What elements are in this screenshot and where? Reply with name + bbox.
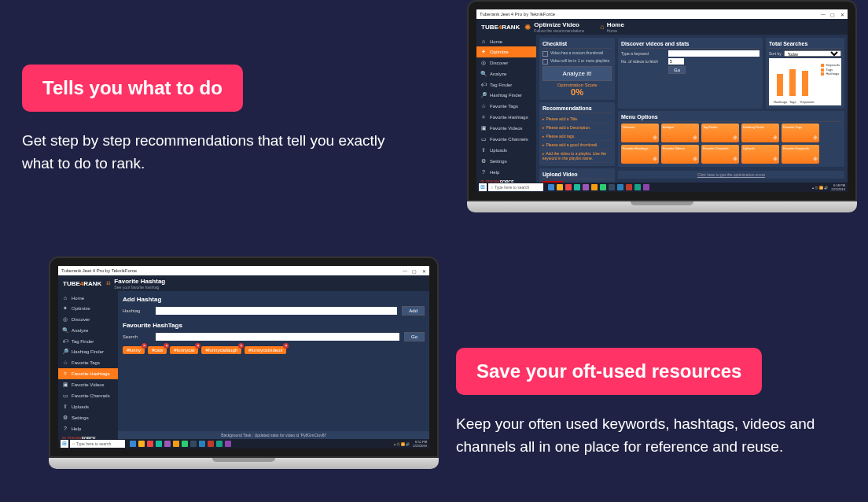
recommendation-item[interactable]: Please add a Description. <box>542 124 612 132</box>
menu-tile-tag-finder[interactable]: Tag Finder◈ <box>701 124 739 142</box>
start-button[interactable]: ⊞ <box>61 440 68 448</box>
sidebar-item-settings[interactable]: ⚙Settings <box>58 412 118 423</box>
app-screen-hashtags: Tuberank Jeet 4 Pro by TeknikForce —▢✕ T… <box>58 266 429 448</box>
app-logo: TUBE4RANK <box>481 24 520 31</box>
sidebar-item-optimize[interactable]: ✦Optimize <box>476 46 536 57</box>
window-controls[interactable]: —▢✕ <box>821 12 844 17</box>
tray-icons[interactable]: ▴ ⚫ 📶 🔊 <box>394 442 410 446</box>
sidebar: ⌂Home✦Optimize◎Discover🔍Analyze🏷Tag Find… <box>58 291 118 441</box>
sidebar-item-hashtag-finder[interactable]: 🔎Hashtag Finder <box>476 90 536 101</box>
taskbar-search[interactable]: ○Type here to search <box>70 440 125 448</box>
hashtag-input[interactable] <box>156 307 397 315</box>
sidebar-item-tag-finder[interactable]: 🏷Tag Finder <box>476 79 536 90</box>
sidebar-icon: ◎ <box>62 316 68 323</box>
hint-link[interactable]: Click here to get the optimization score <box>618 171 844 179</box>
sidebar-item-discover[interactable]: ◎Discover <box>476 57 536 68</box>
sidebar-item-favorite-hashtags[interactable]: ⌗Favorite Hashtags <box>476 112 536 123</box>
checkbox-playlist[interactable]: Video will be in 1 or more playlists <box>542 58 612 65</box>
sidebar: ⌂Home✦Optimize◎Discover🔍Analyze🏷Tag Find… <box>476 35 536 184</box>
sort-select[interactable]: Today <box>784 50 841 57</box>
sidebar-item-favorite-tags[interactable]: ☆Favorite Tags <box>476 101 536 112</box>
app-header: TUBE4RANK ✺ Optimize Video Follow the re… <box>476 19 848 35</box>
add-hashtag-heading: Add Hashtag <box>123 296 425 303</box>
sidebar-icon: ⌂ <box>62 295 68 301</box>
tray-icons[interactable]: ▴ ⚫ 📶 🔊 <box>812 186 828 190</box>
taskbar-apps[interactable] <box>130 441 231 447</box>
sidebar-item-analyze[interactable]: 🔍Analyze <box>58 325 118 336</box>
add-button[interactable]: Add <box>402 306 425 316</box>
sidebar-item-uploads[interactable]: ⇪Uploads <box>476 145 536 156</box>
window-titlebar: Tuberank Jeet 4 Pro by TeknikForce —▢✕ <box>476 9 848 19</box>
searches-chart: Hashtags Tags Keywords Keywords Tags Has… <box>769 58 841 105</box>
window-controls[interactable]: —▢✕ <box>403 268 426 274</box>
sidebar-item-help[interactable]: ?Help <box>476 167 536 177</box>
feature-desc-2: Keep your often used keywords, hashtags,… <box>456 412 833 459</box>
sidebar-item-settings[interactable]: ⚙Settings <box>476 156 536 167</box>
menu-tile-favorite-channels[interactable]: Favorite Channels◈ <box>701 145 739 164</box>
hashtag-icon: ⌗ <box>106 279 111 288</box>
search-input[interactable] <box>156 333 399 341</box>
sidebar-icon: ⇪ <box>480 147 487 153</box>
keyword-input[interactable] <box>668 50 760 57</box>
sidebar-icon: ? <box>62 426 68 431</box>
sidebar-icon: ▭ <box>62 393 68 399</box>
taskbar-apps[interactable] <box>548 184 649 190</box>
sidebar-item-discover[interactable]: ◎Discover <box>58 314 118 325</box>
search-go-button[interactable]: Go <box>404 332 425 341</box>
recommendation-item[interactable]: Please add tags. <box>542 132 612 141</box>
sidebar-icon: ▭ <box>480 136 487 142</box>
sidebar-item-favorite-hashtags[interactable]: ⌗Favorite Hashtags <box>58 368 118 379</box>
hashtag-chip[interactable]: #funnycat <box>170 346 198 354</box>
recommendation-item[interactable]: Please add a Title. <box>542 115 612 124</box>
checkbox-thumbnail[interactable]: Video has a custom thumbnail <box>542 50 612 57</box>
menu-tile-favorite-tags[interactable]: Favorite Tags◈ <box>782 124 819 142</box>
search-icon: ○ <box>491 185 493 190</box>
gear-icon: ✺ <box>524 23 531 31</box>
hashtag-chip[interactable]: #cats <box>148 346 167 354</box>
menu-tile-discover[interactable]: Discover◈ <box>621 124 659 142</box>
menu-tile-uploads[interactable]: Uploads◈ <box>741 145 779 164</box>
background-task-status: Background Task : Updated stats for vide… <box>118 431 429 439</box>
menu-tile-favorite-keywords[interactable]: Favorite Keywords◈ <box>782 145 819 164</box>
sidebar-icon: 🏷 <box>480 82 487 87</box>
sidebar-item-favorite-videos[interactable]: ▣Favorite Videos <box>58 379 118 390</box>
sidebar-icon: ⌗ <box>480 114 487 120</box>
sidebar-item-home[interactable]: ⌂Home <box>58 293 118 303</box>
go-button[interactable]: Go <box>668 66 686 74</box>
sidebar-icon: ☆ <box>480 103 487 109</box>
recommendation-item[interactable]: Please add a good thumbnail. <box>542 141 612 149</box>
sidebar-item-favorite-channels[interactable]: ▭Favorite Channels <box>58 390 118 401</box>
recommendation-item[interactable]: Add the video to a playlist. Use the key… <box>542 149 612 163</box>
analyze-button[interactable]: Analyze it! <box>542 66 612 81</box>
menu-tile-favorite-videos[interactable]: Favorite Videos◈ <box>661 145 699 164</box>
recommendations-panel: Recommendations Please add a Title.Pleas… <box>539 102 615 166</box>
sidebar-item-tag-finder[interactable]: 🏷Tag Finder <box>58 336 118 346</box>
sidebar-item-analyze[interactable]: 🔍Analyze <box>476 68 536 79</box>
window-title: Tuberank Jeet 4 Pro by TeknikForce <box>61 268 137 273</box>
sidebar-item-optimize[interactable]: ✦Optimize <box>58 303 118 314</box>
sidebar-item-home[interactable]: ⌂Home <box>476 36 536 46</box>
hashtag-chip[interactable]: #funny <box>123 346 145 354</box>
menu-tile-favorite-hashtags[interactable]: Favorite Hashtags◈ <box>621 145 659 164</box>
start-button[interactable]: ⊞ <box>479 183 487 191</box>
sidebar-item-favorite-channels[interactable]: ▭Favorite Channels <box>476 134 536 145</box>
sidebar-item-favorite-tags[interactable]: ☆Favorite Tags <box>58 357 118 368</box>
sidebar-item-hashtag-finder[interactable]: 🔎Hashtag Finder <box>58 346 118 357</box>
sidebar-icon: ✦ <box>62 305 68 312</box>
page-title: Optimize Video <box>534 21 584 28</box>
menu-options-panel: Menu Options Discover◈Analyze◈Tag Finder… <box>618 111 844 167</box>
app-logo: TUBE4RANK <box>63 280 101 287</box>
hashtag-chip[interactable]: #funnycatlaugh <box>201 346 241 354</box>
sidebar-icon: ? <box>480 169 487 175</box>
sidebar-item-favorite-videos[interactable]: ▣Favorite Videos <box>476 123 536 134</box>
sidebar-icon: ⚙ <box>62 415 68 421</box>
hashtag-chip[interactable]: #funnycatvideos <box>245 346 286 354</box>
sidebar-item-help[interactable]: ?Help <box>58 423 118 434</box>
menu-tile-hashtag-finder[interactable]: Hashtag Finder◈ <box>741 124 779 142</box>
sidebar-icon: ✦ <box>480 49 487 55</box>
menu-tile-analyze[interactable]: Analyze◈ <box>661 124 699 142</box>
taskbar-search[interactable]: ○Type here to search <box>488 183 543 191</box>
sidebar-item-uploads[interactable]: ⇪Uploads <box>58 401 118 412</box>
num-videos-input[interactable] <box>668 58 684 65</box>
sidebar-icon: ⇪ <box>62 404 68 410</box>
